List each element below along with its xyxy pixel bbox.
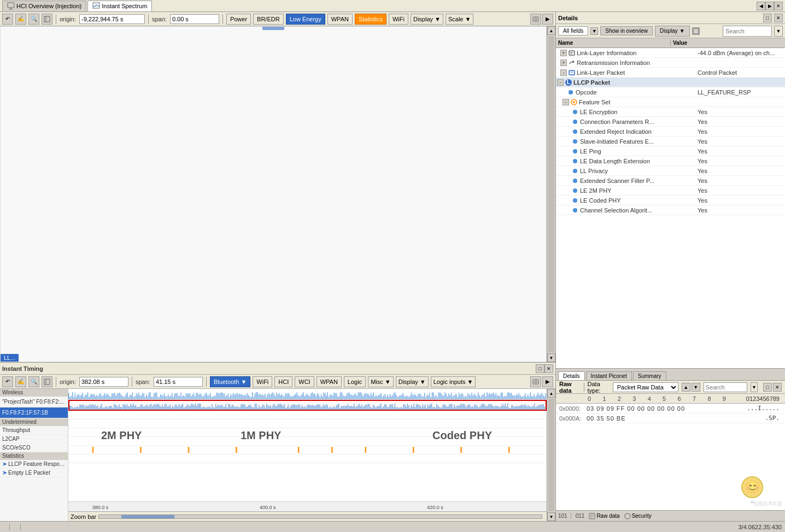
tab-display[interactable]: Display ▼	[655, 26, 689, 37]
raw-float[interactable]: □	[763, 383, 772, 392]
timing-scroll-thumb[interactable]	[548, 399, 554, 511]
timing-scroll-up[interactable]: ▲	[547, 389, 555, 398]
tree-item-le-enc[interactable]: LE Encryption Yes	[556, 107, 785, 117]
timing-zoom[interactable]: 🔍	[28, 376, 39, 387]
security-tab[interactable]: Security	[624, 513, 652, 519]
filter-wpan-t[interactable]: WPAN	[317, 376, 342, 387]
settings-btn[interactable]	[42, 14, 52, 25]
lli-expand[interactable]: +	[560, 50, 567, 56]
tab-all-fields[interactable]: All fields	[558, 26, 588, 36]
tab-instant-spectrum[interactable]: Instant Spectrum	[87, 1, 152, 11]
fields-options-btn[interactable]: ▼	[590, 27, 598, 35]
rti-expand[interactable]: +	[560, 60, 567, 66]
tree-item-ll-privacy[interactable]: LL Privacy Yes	[556, 166, 785, 176]
scroll-down[interactable]: ▼	[547, 353, 555, 362]
tree-item-featureset[interactable]: - Feature Set	[556, 97, 785, 107]
filter-power[interactable]: Power	[226, 14, 251, 25]
filter-bluetooth[interactable]: Bluetooth ▼	[210, 376, 250, 387]
tree-item-ext-scanner[interactable]: Extended Scanner Filter P... Yes	[556, 176, 785, 186]
tree-item-le-ping[interactable]: LE Ping Yes	[556, 146, 785, 156]
raw-search-dropdown[interactable]: ▼	[751, 382, 758, 392]
tab-nav-prev[interactable]: ◀	[757, 2, 765, 10]
raw-data-nav-next[interactable]: ▼	[692, 383, 700, 392]
filter-wci[interactable]: WCI	[295, 376, 314, 387]
tree-item-llp[interactable]: - Link-Layer Packet Control Packet	[556, 68, 785, 78]
spectrum-scrollbar[interactable]: ▲ ▼	[547, 26, 555, 362]
timing-scrollbar[interactable]: ▲ ▼	[547, 389, 555, 521]
display-timing[interactable]: Display ▼	[396, 376, 429, 387]
bottom-tab-details[interactable]: Details	[558, 371, 585, 380]
tree-item-slave-feat[interactable]: Slave-initiated Features E... Yes	[556, 137, 785, 146]
filter-misc[interactable]: Misc ▼	[368, 376, 394, 387]
timing-row-project[interactable]: "ProjectTash" F0:F8:F2:...	[0, 397, 68, 407]
timing-play[interactable]: ▶	[542, 376, 553, 387]
timing-float-btn[interactable]: □	[536, 364, 544, 373]
timing-snapshot[interactable]	[530, 376, 541, 387]
timing-close-btn[interactable]: ✕	[544, 364, 553, 373]
hand-tool[interactable]: ✍	[15, 14, 26, 25]
filter-wifi[interactable]: WiFi	[389, 14, 408, 25]
timing-row-llcp[interactable]: ➤ LLCP Feature Respons...	[0, 460, 68, 469]
timing-span-input[interactable]	[154, 377, 203, 387]
scale-dropdown[interactable]: Scale ▼	[446, 14, 473, 25]
scroll-up[interactable]: ▲	[547, 26, 555, 35]
bottom-tab-piconet[interactable]: Instant Piconet	[586, 371, 632, 380]
details-float[interactable]: □	[763, 14, 772, 22]
timing-scroll-down[interactable]: ▼	[547, 512, 555, 521]
filter-bredr[interactable]: BR/EDR	[253, 14, 284, 25]
filter-low-energy[interactable]: Low Energy	[286, 14, 325, 25]
timing-settings[interactable]	[42, 376, 52, 387]
tab-close[interactable]: ✕	[774, 2, 783, 10]
tree-item-ext-reject[interactable]: Extended Reject Indication Yes	[556, 127, 785, 137]
tree-item-rti[interactable]: + Retransmission Information	[556, 58, 785, 68]
filter-wifi-t[interactable]: WiFi	[253, 376, 272, 387]
tree-item-le-data[interactable]: LE Data Length Extension Yes	[556, 156, 785, 166]
origin-input[interactable]	[79, 14, 145, 24]
tree-item-ch-sel[interactable]: Channel Selection Algorit... Yes	[556, 205, 785, 215]
tab-show-in-overview[interactable]: Show in overview	[600, 26, 653, 36]
bottom-tab-summary[interactable]: Summary	[633, 371, 666, 380]
zoom-track[interactable]	[98, 515, 542, 519]
tree-item-le-2m[interactable]: LE 2M PHY Yes	[556, 186, 785, 196]
span-input[interactable]	[170, 14, 219, 24]
timing-cursor[interactable]: ↶	[2, 376, 13, 387]
raw-data-search[interactable]	[704, 382, 747, 392]
tree-item-le-coded[interactable]: LE Coded PHY Yes	[556, 196, 785, 205]
filter-logic[interactable]: Logic	[344, 376, 366, 387]
scroll-thumb[interactable]	[548, 36, 554, 352]
filter-wpan[interactable]: WPAN	[327, 14, 353, 25]
llcp-expand[interactable]: -	[557, 79, 564, 86]
snapshot-btn[interactable]	[530, 14, 541, 25]
display-dropdown[interactable]: Display ▼	[411, 14, 443, 25]
logic-inputs[interactable]: Logic inputs ▼	[431, 376, 476, 387]
tree-item-llcp[interactable]: - L LLCP Packet	[556, 78, 785, 87]
play-btn[interactable]: ▶	[542, 14, 553, 25]
raw-data-tab[interactable]: Raw data	[589, 513, 619, 519]
timing-origin-input[interactable]	[79, 377, 128, 387]
timing-row-l2cap[interactable]: L2CAP	[0, 435, 68, 444]
fs-expand[interactable]: -	[563, 99, 569, 105]
zoom-tool[interactable]: 🔍	[28, 14, 39, 25]
timing-row-sco[interactable]: SCO/eSCO	[0, 444, 68, 452]
raw-data-type-select[interactable]: Packet Raw Data	[613, 382, 678, 392]
tree-item-lli[interactable]: + Link-Layer Information -44.0 dBm (Aver…	[556, 48, 785, 58]
cursor-tool[interactable]: ↶	[2, 14, 13, 25]
details-search[interactable]	[723, 26, 772, 37]
llp-expand[interactable]: -	[560, 69, 567, 76]
tree-item-opcode[interactable]: Opcode LL_FEATURE_RSP	[556, 87, 785, 97]
timing-row-empty[interactable]: ➤ Empty LE Packet	[0, 469, 68, 477]
search-dropdown[interactable]: ▼	[774, 26, 783, 37]
display-icon-btn[interactable]	[692, 27, 700, 35]
tab-nav-next[interactable]: ▶	[765, 2, 774, 10]
timing-hand[interactable]: ✍	[15, 376, 26, 387]
raw-close[interactable]: ✕	[773, 383, 782, 392]
raw-data-nav-prev[interactable]: ▲	[682, 383, 690, 392]
tab-hci-overview[interactable]: HCI Overview (Injection)	[2, 1, 86, 11]
filter-hci[interactable]: HCI	[274, 376, 292, 387]
tree-item-conn-params[interactable]: Connection Parameters R... Yes	[556, 117, 785, 127]
timing-row-undetermined[interactable]: Throughput	[0, 426, 68, 435]
zoom-thumb[interactable]	[121, 515, 174, 518]
filter-statistics[interactable]: Statistics	[355, 14, 386, 25]
details-close[interactable]: ✕	[774, 14, 783, 22]
timing-row-device[interactable]: F0:F8:F2:1F:57:1B	[0, 407, 68, 418]
